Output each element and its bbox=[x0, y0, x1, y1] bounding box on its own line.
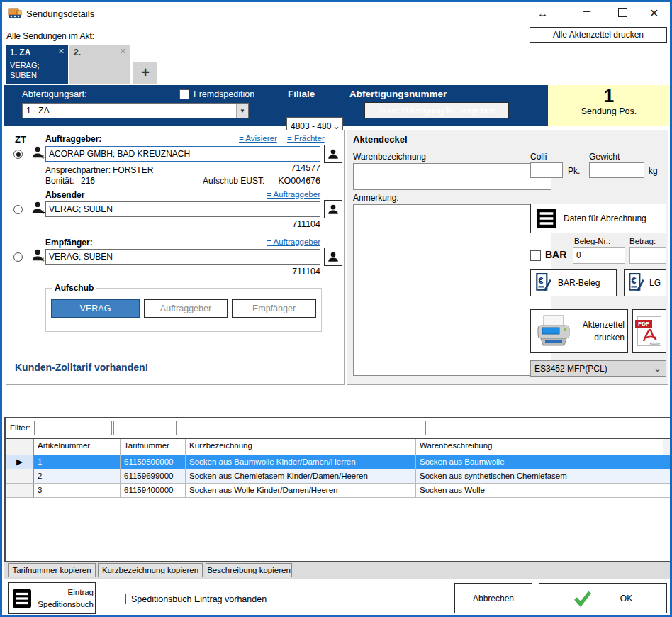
colli-input[interactable] bbox=[530, 162, 563, 178]
cell-artikelnummer: 3 bbox=[34, 484, 121, 497]
pdf-brand: Adobe bbox=[650, 341, 660, 345]
ansprechpartner-label: Ansprechpartner: bbox=[45, 165, 111, 175]
tab-close-icon[interactable]: ✕ bbox=[58, 47, 65, 56]
eintrag-speditionsbuch-button[interactable]: Eintrag Speditionsbuch bbox=[8, 582, 96, 614]
auftraggeber-input[interactable] bbox=[45, 146, 320, 162]
aufschub-eust-value: KO004676 bbox=[179, 176, 320, 186]
svg-text:+: + bbox=[41, 256, 45, 263]
absender-auftraggeber-link[interactable]: = Auftraggeber bbox=[250, 190, 320, 199]
lg-button[interactable]: € LG bbox=[624, 269, 666, 296]
add-person-icon[interactable]: + bbox=[30, 145, 46, 160]
table-row[interactable]: ▶ 1 61159500000 Socken aus Baumwolle Kin… bbox=[6, 455, 671, 469]
aktenzettel-label-1: Aktenzettel bbox=[583, 320, 625, 330]
articles-grid: Filter: Artikelnummer Tarifnummer Kurzbe… bbox=[4, 417, 672, 562]
abfertigungsart-select[interactable]: 1 - ZA ▼ bbox=[22, 103, 249, 118]
svg-text:€: € bbox=[538, 275, 543, 286]
filter-tarifnummer-input[interactable] bbox=[113, 421, 174, 435]
tab-line2: SUBEN bbox=[10, 71, 37, 79]
aufschub-empfaenger-button[interactable]: Empfänger bbox=[232, 299, 316, 318]
abfertigungsart-label: Abfertigungsart: bbox=[22, 89, 87, 99]
filter-warenbeschreibung-input[interactable] bbox=[425, 421, 668, 435]
betrag-input[interactable] bbox=[629, 247, 666, 264]
pdf-icon: PDF Adobe bbox=[637, 316, 661, 346]
tabs-label: Alle Sendungen im Akt: bbox=[6, 31, 94, 41]
col-kurzbezeichnung[interactable]: Kurzbezeichnung bbox=[186, 439, 416, 455]
cancel-button[interactable]: Abbrechen bbox=[454, 583, 532, 613]
absender-radio[interactable] bbox=[13, 205, 23, 214]
add-person-icon[interactable]: + bbox=[30, 200, 46, 216]
alle-aktenzettel-drucken-button[interactable]: Alle Aktenzettel drucken bbox=[530, 27, 667, 43]
betrag-label: Betrag: bbox=[629, 237, 656, 245]
tab-shipment-2[interactable]: 2. ✕ bbox=[69, 45, 130, 84]
fremdspedition-label: Fremdspedition bbox=[194, 89, 254, 99]
fraechter-link[interactable]: = Frächter bbox=[287, 134, 325, 143]
ansprechpartner-value: FORSTER bbox=[113, 165, 153, 175]
divider bbox=[513, 102, 513, 118]
warenbezeichnung-textarea[interactable] bbox=[353, 163, 551, 190]
lg-label: LG bbox=[649, 278, 661, 288]
col-tarifnummer[interactable]: Tarifnummer bbox=[121, 439, 186, 455]
close-icon[interactable]: ✕ bbox=[649, 6, 659, 20]
filter-artikelnummer-input[interactable] bbox=[34, 421, 112, 435]
cell-warenbeschreibung: Socken aus Wolle bbox=[416, 484, 663, 497]
tab-title: 1. ZA bbox=[10, 48, 30, 57]
bar-checkbox[interactable] bbox=[530, 250, 541, 261]
anmerkung-textarea[interactable] bbox=[353, 204, 551, 376]
add-person-icon[interactable]: + bbox=[30, 248, 46, 263]
tab-shipment-1[interactable]: 1. ZA ✕ VERAG; SUBEN bbox=[6, 45, 68, 84]
zt-label: ZT bbox=[15, 134, 26, 145]
avisierer-link[interactable]: = Avisierer bbox=[239, 134, 277, 143]
auftraggeber-radio[interactable] bbox=[13, 150, 23, 159]
beschreibung-kopieren-button[interactable]: Beschreibung kopieren bbox=[206, 563, 292, 577]
empfaenger-radio[interactable] bbox=[13, 252, 23, 262]
ok-label: OK bbox=[620, 594, 632, 604]
table-header-row: Artikelnummer Tarifnummer Kurzbezeichnun… bbox=[6, 439, 671, 455]
gewicht-input[interactable] bbox=[589, 162, 644, 178]
bar-label: BAR bbox=[545, 249, 566, 260]
speditionsbuch-checkbox[interactable] bbox=[116, 594, 126, 604]
bonitaet-value: 216 bbox=[81, 176, 95, 186]
tab-close-icon[interactable]: ✕ bbox=[120, 47, 126, 56]
aufschub-auftraggeber-button[interactable]: Auftraggeber bbox=[144, 299, 228, 318]
empfaenger-auftraggeber-link[interactable]: = Auftraggeber bbox=[250, 238, 320, 246]
maximize-icon[interactable] bbox=[618, 8, 627, 17]
list-icon bbox=[537, 209, 556, 228]
filter-kurzbezeichnung-input[interactable] bbox=[176, 421, 422, 435]
abfertigung-band: Abfertigungsart: 1 - ZA ▼ Fremdspedition… bbox=[4, 85, 672, 126]
aufschub-verag-button[interactable]: VERAG bbox=[51, 299, 140, 318]
resize-icon[interactable]: ↔ bbox=[537, 7, 548, 19]
tarifnummer-kopieren-button[interactable]: Tarifnummer kopieren bbox=[8, 563, 96, 577]
absender-input[interactable] bbox=[45, 201, 320, 217]
warenbezeichnung-label: Warenbezeichnung bbox=[353, 152, 426, 162]
gewicht-unit: kg bbox=[649, 166, 658, 176]
printer-select[interactable]: ES3452 MFP(PCL) ⌄ bbox=[530, 360, 666, 377]
beleg-nr-input[interactable] bbox=[573, 247, 625, 264]
add-tab-button[interactable]: + bbox=[133, 62, 157, 84]
auftraggeber-contact-button[interactable] bbox=[324, 145, 342, 163]
svg-text:€: € bbox=[631, 275, 636, 286]
table-row[interactable]: 3 61159400000 Socken aus Wolle Kinder/Da… bbox=[6, 484, 671, 498]
cell-artikelnummer: 2 bbox=[34, 469, 121, 483]
minimize-icon[interactable]: ─ bbox=[583, 6, 590, 17]
fremdspedition-checkbox[interactable] bbox=[179, 89, 189, 99]
tab-title: 2. bbox=[74, 48, 81, 57]
auftraggeber-label: Auftraggeber: bbox=[45, 134, 101, 144]
col-artikelnummer[interactable]: Artikelnummer bbox=[34, 439, 121, 455]
sendungsdetails-window: Sendungsdetails ↔ ─ ✕ Alle Aktenzettel d… bbox=[0, 0, 672, 617]
ok-button[interactable]: OK bbox=[539, 583, 667, 613]
dropdown-arrow-icon[interactable]: ▼ bbox=[236, 104, 248, 118]
table-row[interactable]: 2 61159699000 Socken aus Chemiefasem Kin… bbox=[6, 469, 671, 484]
cell-kurzbezeichnung: Socken aus Chemiefasem Kinder/Damen/Heer… bbox=[186, 469, 416, 483]
bar-beleg-button[interactable]: € BAR-Beleg bbox=[530, 269, 617, 296]
speditionsbuch-label-2: Speditionsbuch bbox=[38, 600, 94, 608]
empfaenger-input[interactable] bbox=[45, 249, 320, 265]
absender-contact-button[interactable] bbox=[324, 200, 342, 218]
kurzbezeichnung-kopieren-button[interactable]: Kurzbezeichnung kopieren bbox=[98, 563, 203, 577]
col-sliver bbox=[663, 439, 671, 455]
pdf-button[interactable]: PDF Adobe bbox=[632, 309, 666, 353]
neue-abfertigung-button[interactable]: Neue Abfertigung-Nr. vergeben bbox=[364, 102, 509, 118]
col-warenbeschreibung[interactable]: Warenbeschreibung bbox=[416, 439, 663, 455]
empfaenger-contact-button[interactable] bbox=[324, 248, 342, 266]
aktenzettel-drucken-button[interactable]: Aktenzettel drucken bbox=[530, 309, 628, 353]
daten-abrechnung-button[interactable]: Daten für Abrechnung bbox=[530, 204, 666, 233]
